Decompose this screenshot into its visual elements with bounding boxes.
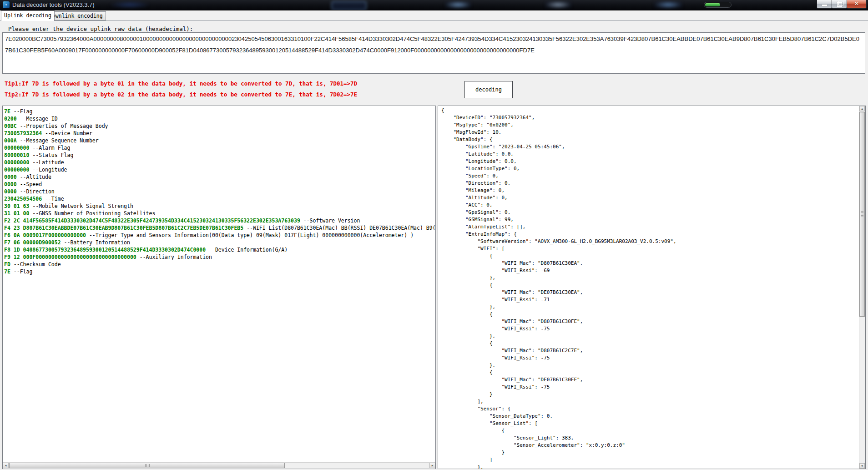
- tab-downlink-encoding[interactable]: Downlink encoding: [46, 11, 106, 20]
- app-icon: ✦: [3, 1, 10, 8]
- decoded-line: 00BC --Properties of Message Body: [4, 122, 434, 130]
- taskbar-glow-blob: [654, 1, 682, 9]
- decoded-line: F4 23 D807B61C30EABBDE07B61C30EAB9D807B6…: [4, 224, 434, 232]
- decoded-line: 0000 --Altitude: [4, 173, 434, 181]
- taskbar-glow-blob: [331, 1, 367, 10]
- decoded-line: 7E --Flag: [4, 268, 434, 275]
- taskbar-glow-blob: [109, 1, 150, 9]
- scroll-right-button[interactable]: ▶: [429, 463, 435, 468]
- progress-pill-fill: [705, 3, 720, 6]
- decoded-lines: 7E --Flag0200 --Message ID00BC --Propert…: [3, 106, 435, 463]
- scrollbar-grip: [861, 211, 863, 217]
- scroll-left-button[interactable]: ◀: [3, 463, 9, 468]
- decoded-fields-panel: 7E --Flag0200 --Message ID00BC --Propert…: [2, 106, 436, 469]
- decoded-line: 0000 --Speed: [4, 181, 434, 188]
- decoded-line: 000A --Message Sequence Number: [4, 137, 434, 144]
- scrollbar-grip: [144, 464, 150, 467]
- tip2-text: Tip2:If 7D is followed by a byte 02 in t…: [5, 91, 357, 98]
- progress-pill: [704, 2, 732, 8]
- decoded-line: FD --Checksum Code: [4, 261, 434, 268]
- raw-data-label: Please enter the device uplink raw data …: [8, 25, 193, 32]
- json-result-panel: { "DeviceID": "730057932364", "MsgType":…: [438, 106, 866, 469]
- scroll-up-button[interactable]: ▲: [859, 106, 865, 111]
- decoded-line: 0200 --Message ID: [4, 115, 434, 122]
- decoded-line: F2 2C 414F56585F414D3330302D474C5F48322E…: [4, 217, 434, 224]
- window-title: Data decoder tools (V2023.3.7): [12, 1, 95, 8]
- decoded-line: 7E --Flag: [4, 108, 434, 115]
- restore-button[interactable]: [832, 0, 847, 9]
- close-button[interactable]: ✕: [847, 0, 867, 9]
- decoded-line: F9 12 000F000000000000000000000000000000…: [4, 253, 434, 261]
- decoded-line: 0000 --Direction: [4, 188, 434, 195]
- horizontal-scrollbar-thumb[interactable]: [9, 463, 285, 468]
- taskbar-glow-blob: [445, 1, 471, 9]
- window-controls: ✕: [817, 0, 867, 9]
- restore-icon: [837, 2, 842, 7]
- vertical-scrollbar[interactable]: ▲ ▼: [859, 106, 865, 469]
- decoded-line: 31 01 00 --GNSS Number of Positioning Sa…: [4, 210, 434, 217]
- minimize-icon: [822, 5, 827, 6]
- tab-uplink-decoding[interactable]: Uplink decoding: [1, 10, 55, 21]
- decoded-line: F7 06 00000D900052 --Battery Information: [4, 239, 434, 246]
- decoded-line: 230425054506 --Time: [4, 195, 434, 202]
- decoded-line: F6 0A 0009017F000000000000 --Trigger Typ…: [4, 232, 434, 239]
- decoded-line: 00000000 --Longitude: [4, 166, 434, 173]
- horizontal-scrollbar[interactable]: ◀ ▶: [3, 462, 435, 469]
- minimize-button[interactable]: [817, 0, 832, 9]
- tip1-text: Tip1:If 7D is followed by a byte 01 in t…: [5, 80, 357, 87]
- title-bar: ✦ Data decoder tools (V2023.3.7) ✕: [0, 0, 868, 10]
- decoded-line: 30 01 63 --Mobile Network Signal Strengt…: [4, 202, 434, 210]
- json-output: { "DeviceID": "730057932364", "MsgType":…: [438, 106, 859, 469]
- decoded-line: 00000000 --Alarm Flag: [4, 144, 434, 152]
- decoded-line: 00000000 --Latitude: [4, 159, 434, 166]
- decoded-line: 80000010 --Status Flag: [4, 152, 434, 159]
- tabstrip-divider: [0, 20, 868, 21]
- scroll-down-button[interactable]: ▼: [859, 463, 865, 469]
- decoded-line: 730057932364 --Device Number: [4, 130, 434, 137]
- decoding-button[interactable]: decoding: [464, 81, 513, 98]
- vertical-scrollbar-thumb[interactable]: [859, 112, 865, 317]
- taskbar-glow-blob: [545, 1, 571, 9]
- raw-data-input[interactable]: 7E020000BC730057932364000A00000000800000…: [2, 32, 865, 74]
- decoded-line: F8 1D 0408677300579323648959300120514488…: [4, 246, 434, 253]
- close-icon: ✕: [847, 0, 866, 7]
